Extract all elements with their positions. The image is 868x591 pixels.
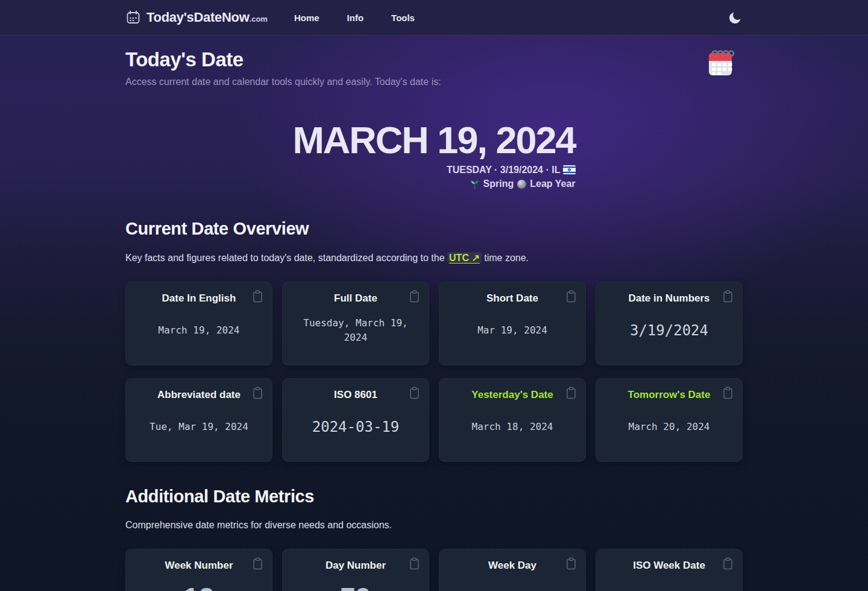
copy-button[interactable] (407, 385, 421, 400)
calendar-outline-icon (125, 10, 141, 25)
copy-button[interactable] (721, 385, 735, 400)
brand-suffix: .com (250, 14, 268, 24)
metrics-heading: Additional Date Metrics (125, 487, 743, 507)
nav-link-home[interactable]: Home (294, 13, 319, 23)
card-title: Day Number (326, 560, 386, 572)
dark-mode-toggle[interactable] (728, 10, 743, 25)
leap-year-label: Leap Year (530, 179, 575, 189)
new-moon-icon (517, 180, 526, 189)
page-subtitle: Access current date and calendar tools q… (125, 77, 743, 87)
utc-link[interactable]: UTC ↗ (447, 252, 482, 264)
card-title: Full Date (334, 292, 377, 305)
card-value: March 19, 2024 (159, 323, 240, 338)
card-title: Week Number (165, 560, 233, 572)
card-title: Week Day (488, 560, 536, 572)
site-logo[interactable]: Today'sDateNow.com (125, 10, 268, 25)
copy-button[interactable] (251, 556, 265, 571)
spiral-calendar-icon (703, 45, 738, 80)
card-short-date: Short Date Mar 19, 2024 (439, 282, 586, 365)
metrics-card-grid: Week Number 12 Day Number 79 Week Day Tu… (125, 549, 743, 591)
main-nav: Home Info Tools (294, 13, 415, 23)
copy-button[interactable] (564, 556, 578, 571)
hero-section: Today's Date Access current date and cal… (125, 36, 743, 192)
additional-metrics-section: Additional Date Metrics Comprehensive da… (125, 487, 743, 591)
card-abbreviated-date: Abbreviated date Tue, Mar 19, 2024 (125, 378, 272, 462)
card-value: Tuesday, March 19, 2024 (295, 316, 416, 345)
card-date-in-numbers: Date in Numbers 3/19/2024 (596, 282, 743, 365)
card-yesterdays-date: Yesterday's Date March 18, 2024 (439, 378, 586, 462)
copy-button[interactable] (564, 385, 578, 400)
card-full-date: Full Date Tuesday, March 19, 2024 (282, 282, 429, 365)
top-navigation-bar: Today'sDateNow.com Home Info Tools (0, 0, 868, 36)
card-value: 2024-03-19 (312, 416, 400, 438)
card-week-day: Week Day Tuesday (439, 549, 586, 591)
copy-button[interactable] (407, 289, 421, 304)
card-value: Mar 19, 2024 (477, 323, 547, 338)
card-title: ISO 8601 (334, 389, 377, 401)
metrics-description: Comprehensive date metrics for diverse n… (125, 520, 743, 531)
card-value: 3/19/2024 (630, 320, 708, 341)
card-title: Short Date (486, 292, 538, 305)
card-tomorrows-date: Tomorrow's Date March 20, 2024 (596, 378, 743, 462)
card-value: March 20, 2024 (629, 420, 710, 434)
current-date-overview-section: Current Date Overview Key facts and figu… (125, 219, 743, 462)
season-label: Spring (483, 179, 514, 189)
brand-name: Today'sDateNow (146, 10, 250, 25)
card-iso-week-date: ISO Week Date 2024-W12-2 (596, 549, 743, 591)
copy-button[interactable] (721, 289, 735, 304)
copy-button[interactable] (407, 556, 421, 571)
copy-button[interactable] (721, 556, 735, 571)
israel-flag-icon (563, 165, 576, 174)
card-title: Yesterday's Date (471, 389, 553, 401)
card-title: Date In English (162, 292, 236, 305)
overview-description: Key facts and figures related to today's… (125, 252, 743, 264)
copy-button[interactable] (564, 289, 578, 304)
crescent-moon-icon (728, 17, 743, 27)
current-date-block: MARCH 19, 2024 TUESDAY · 3/19/2024 · IL (292, 121, 575, 189)
card-title: Date in Numbers (628, 292, 709, 305)
card-day-number: Day Number 79 (282, 549, 429, 591)
date-meta-line: TUESDAY · 3/19/2024 · IL (292, 165, 575, 175)
card-title: Abbreviated date (157, 389, 241, 401)
page-title: Today's Date (125, 48, 743, 71)
card-title: Tomorrow's Date (628, 389, 711, 401)
overview-heading: Current Date Overview (125, 219, 743, 239)
card-iso-8601: ISO 8601 2024-03-19 (282, 378, 429, 462)
date-tags-line: Spring Leap Year (292, 179, 575, 189)
card-value: March 18, 2024 (472, 420, 553, 434)
seedling-icon (470, 179, 480, 189)
card-value: 12 (183, 582, 214, 591)
nav-link-info[interactable]: Info (347, 13, 364, 23)
page-content: Today's Date Access current date and cal… (125, 36, 743, 591)
card-week-number: Week Number 12 (125, 549, 272, 591)
card-value: 79 (340, 582, 371, 591)
copy-button[interactable] (251, 289, 265, 304)
card-value: Tue, Mar 19, 2024 (149, 420, 248, 434)
overview-card-grid: Date In English March 19, 2024 Full Date… (125, 282, 743, 462)
card-title: ISO Week Date (633, 560, 705, 572)
copy-button[interactable] (251, 385, 265, 400)
card-value: 2024-W12-2 (633, 589, 705, 591)
card-date-in-english: Date In English March 19, 2024 (125, 282, 272, 365)
big-date-heading: MARCH 19, 2024 (292, 121, 575, 159)
nav-link-tools[interactable]: Tools (391, 13, 415, 23)
